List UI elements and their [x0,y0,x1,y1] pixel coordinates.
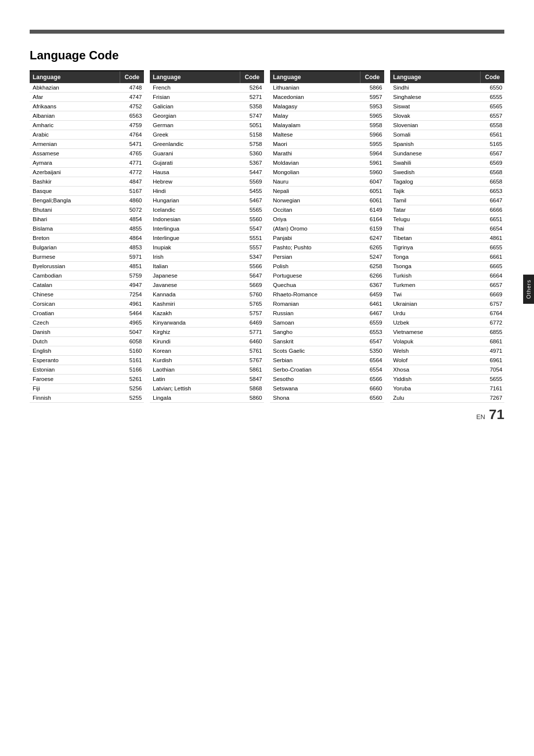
col-header-2: LanguageCode [270,71,384,83]
table-row: Oriya6164 [270,215,384,224]
cell-language: Icelandic [150,205,240,214]
cell-code: 6647 [481,196,504,205]
cell-code: 5551 [240,234,264,242]
cell-code: 5771 [240,328,264,336]
cell-language: Tibetan [390,234,481,242]
table-row: Croatian5464 [30,309,144,318]
cell-code: 5758 [240,140,264,148]
cell-code: 5547 [240,224,264,233]
cell-language: Albanian [30,111,120,120]
cell-language: Russian [270,309,360,318]
cell-language: Malagasy [270,102,360,111]
table-row: Sangho6553 [270,328,384,337]
cell-language: Macedonian [270,93,360,101]
cell-code: 4748 [120,83,144,92]
table-row: Occitan6149 [270,205,384,215]
cell-code: 6058 [120,337,144,346]
table-row: Polish6258 [270,262,384,271]
cell-code: 6559 [360,318,384,327]
cell-language: Afrikaans [30,102,120,111]
cell-code: 6258 [360,262,384,271]
table-row: Turkmen6657 [390,281,504,290]
cell-language: Bislama [30,224,120,233]
cell-code: 6561 [481,130,504,139]
table-row: Bulgarian4853 [30,243,144,252]
cell-language: Amharic [30,121,120,130]
cell-language: Tsonga [390,262,481,271]
table-row: Persian5247 [270,252,384,262]
table-row: Latin5847 [150,375,264,384]
table-row: French5264 [150,83,264,93]
cell-language: Nauru [270,177,360,186]
table-row: Galician5358 [150,102,264,111]
table-row: Norwegian6061 [270,196,384,205]
cell-code: 4764 [120,130,144,139]
cell-language: Bihari [30,215,120,224]
cell-language: Moldavian [270,158,360,167]
cell-code: 5565 [240,205,264,214]
table-row: Albanian6563 [30,111,144,121]
table-row: Welsh4971 [390,346,504,356]
cell-language: Esperanto [30,356,120,365]
cell-code: 6961 [481,356,504,365]
cell-language: Occitan [270,205,360,214]
cell-language: French [150,83,240,92]
table-row: Hausa5447 [150,168,264,177]
table-row: Kirghiz5771 [150,328,264,337]
cell-language: Byelorussian [30,262,120,271]
cell-language: Spanish [390,140,481,148]
cell-code: 5569 [240,177,264,186]
cell-code: 5256 [120,384,144,393]
cell-code: 6266 [360,271,384,280]
cell-code: 4854 [120,215,144,224]
cell-code: 5847 [240,375,264,383]
table-row: Hindi5455 [150,187,264,196]
cell-code: 6555 [481,93,504,101]
col-header-code-2: Code [360,71,384,83]
table-row: Serbian6564 [270,356,384,365]
cell-language: Kashmiri [150,299,240,308]
cell-language: Sindhi [390,83,481,92]
cell-code: 6567 [481,149,504,158]
cell-code: 4861 [481,234,504,242]
cell-code: 5761 [240,346,264,355]
table-row: Thai6654 [390,224,504,234]
cell-language: Pashto; Pushto [270,243,360,252]
cell-language: Panjabi [270,234,360,242]
cell-code: 6554 [360,365,384,374]
cell-code: 6666 [481,205,504,214]
cell-language: Swedish [390,168,481,177]
table-row: Lingala5860 [150,393,264,403]
table-row: Faroese5261 [30,375,144,384]
table-row: Urdu6764 [390,309,504,318]
table-row: Afrikaans4752 [30,102,144,111]
cell-code: 6467 [360,309,384,318]
cell-code: 5765 [240,299,264,308]
table-row: Siswat6565 [390,102,504,111]
cell-code: 5860 [240,393,264,402]
col-header-code-0: Code [120,71,144,83]
cell-code: 4864 [120,234,144,242]
table-row: Greek5158 [150,130,264,140]
cell-code: 5760 [240,290,264,299]
table-row: Nauru6047 [270,177,384,187]
cell-code: 4971 [481,346,504,355]
cell-language: Portuguese [270,271,360,280]
table-row: Catalan4947 [30,281,144,290]
cell-language: Quechua [270,281,360,289]
cell-language: Sundanese [390,149,481,158]
cell-language: Guarani [150,149,240,158]
cell-language: Burmese [30,252,120,261]
cell-language: Yiddish [390,375,481,383]
cell-code: 4860 [120,196,144,205]
col-header-3: LanguageCode [390,71,504,83]
cell-language: Scots Gaelic [270,346,360,355]
cell-language: Slovenian [390,121,481,130]
table-row: Uzbek6772 [390,318,504,328]
table-row: Yoruba7161 [390,384,504,393]
cell-language: Volapuk [390,337,481,346]
cell-language: Japanese [150,271,240,280]
table-row: Yiddish5655 [390,375,504,384]
cell-language: Persian [270,252,360,261]
cell-language: Croatian [30,309,120,318]
